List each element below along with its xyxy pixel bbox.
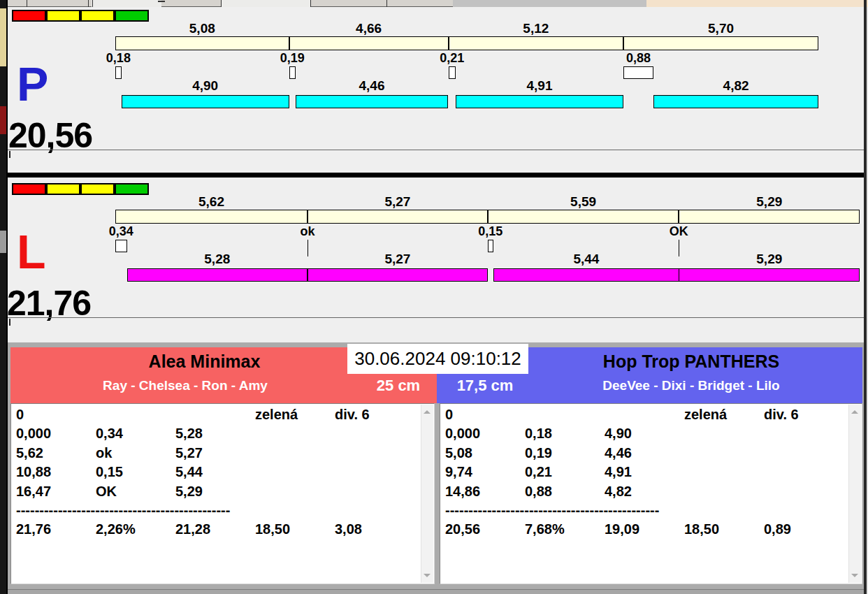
- run-time-label: 4,90: [122, 78, 289, 94]
- lane-divider-line-l: [8, 317, 864, 318]
- team-name-left: Alea Minimax: [10, 349, 398, 373]
- table-row: 10,880,155,44: [16, 463, 420, 481]
- scrollbar[interactable]: [421, 405, 433, 583]
- split-bar-divider: [307, 210, 308, 224]
- timestamp-box: 30.06.2024 09:10:12: [347, 344, 528, 374]
- table-row: 0zelenádiv. 6: [16, 405, 420, 424]
- run-time-bar: [122, 95, 289, 108]
- lane-letter-p: P: [17, 60, 48, 108]
- table-totals-row: 20,567,68%19,0918,500,89: [445, 520, 848, 539]
- table-cell: 0: [445, 405, 525, 424]
- split-bar-divider: [289, 36, 290, 50]
- reaction-box: [623, 66, 653, 79]
- scrollbar[interactable]: [848, 405, 861, 583]
- lane-letter-l: L: [17, 228, 46, 275]
- text-caret: [9, 319, 10, 326]
- lane-total-p: 20,56: [8, 118, 92, 153]
- split-time-label: 5,62: [115, 194, 308, 210]
- table-row: 16,47OK5,29: [16, 482, 420, 501]
- run-time-bar: [308, 268, 488, 282]
- table-cell: 10,88: [16, 463, 96, 481]
- table-cell: 5,29: [175, 482, 255, 501]
- table-cell: 18,50: [684, 520, 764, 539]
- reaction-label: 0,19: [261, 51, 324, 66]
- reaction-label: 0,15: [459, 224, 522, 239]
- table-cell: 5,08: [445, 444, 525, 463]
- run-time-label: 4,46: [296, 78, 448, 94]
- split-time-bar: [115, 36, 818, 50]
- table-cell: 4,91: [605, 463, 684, 481]
- table-cell: 4,90: [605, 424, 684, 443]
- scroll-down-icon[interactable]: [851, 572, 858, 579]
- jump-height-left: 25 cm: [363, 377, 433, 395]
- split-bar-divider: [623, 36, 624, 50]
- table-cell: zelená: [684, 405, 764, 424]
- run-time-label: 5,28: [127, 252, 308, 267]
- team-members-left: Ray - Chelsea - Ron - Amy: [10, 378, 360, 393]
- run-time-bar: [653, 95, 818, 108]
- split-time-label: 5,27: [308, 194, 488, 210]
- traffic-light: [46, 10, 80, 22]
- run-time-bar: [679, 268, 860, 282]
- table-row: 0zelenádiv. 6: [445, 405, 848, 424]
- table-cell: 0,000: [445, 424, 525, 443]
- results-text-right[interactable]: 0zelenádiv. 60,0000,184,905,080,194,469,…: [440, 403, 862, 584]
- table-cell: 5,27: [175, 444, 255, 463]
- table-cell: 0,89: [764, 520, 844, 539]
- table-cell: 0,15: [96, 463, 175, 481]
- scroll-down-icon[interactable]: [424, 572, 431, 579]
- table-cell: zelená: [255, 405, 335, 424]
- reaction-label: 0,34: [89, 224, 152, 239]
- table-row: 0,0000,345,28: [16, 424, 420, 443]
- run-time-label: 4,91: [456, 78, 623, 94]
- reaction-label: 0,18: [87, 51, 150, 66]
- table-cell: 5,28: [175, 424, 255, 443]
- table-cell: 4,82: [605, 482, 684, 501]
- table-row: 5,080,194,46: [445, 444, 848, 463]
- traffic-light: [115, 183, 149, 195]
- results-table-right: 0zelenádiv. 60,0000,184,905,080,194,469,…: [445, 405, 848, 582]
- table-cell: 9,74: [445, 463, 525, 481]
- traffic-light: [115, 10, 149, 22]
- reaction-label: ok: [276, 224, 339, 239]
- table-cell: 0,19: [525, 444, 605, 463]
- reaction-label: 0,21: [421, 51, 484, 66]
- table-cell: 20,56: [445, 520, 525, 539]
- results-panel: Alea Minimax Ray - Chelsea - Ron - Amy 2…: [8, 342, 864, 589]
- scroll-up-icon[interactable]: [851, 408, 858, 415]
- table-totals-row: 21,762,26%21,2818,503,08: [16, 520, 420, 539]
- run-time-bar: [127, 268, 308, 282]
- team-members-right: DeeVee - Dixi - Bridget - Lilo: [519, 378, 863, 393]
- flyball-timing-window: 5,080,184,904,660,194,465,120,214,915,70…: [0, 0, 868, 594]
- reaction-label: 0,88: [607, 51, 670, 66]
- split-time-label: 5,29: [679, 194, 860, 210]
- reaction-box: [115, 66, 122, 79]
- results-text-left[interactable]: 0zelenádiv. 60,0000,345,285,62ok5,2710,8…: [10, 403, 435, 584]
- table-cell: div. 6: [764, 405, 844, 424]
- table-cell: 18,50: [255, 520, 335, 539]
- timing-bars-layer: 5,080,184,904,660,194,465,120,214,915,70…: [0, 0, 868, 342]
- reaction-box: [488, 240, 493, 252]
- split-bar-divider: [487, 210, 489, 224]
- table-row: 5,62ok5,27: [16, 444, 420, 463]
- table-cell: OK: [96, 482, 175, 501]
- reaction-label: OK: [647, 224, 710, 239]
- run-time-bar: [456, 95, 623, 108]
- table-separator: ----------------------------------------…: [16, 501, 420, 520]
- table-cell: 7,68%: [525, 520, 605, 539]
- split-time-label: 5,59: [488, 194, 679, 210]
- table-cell: 5,62: [16, 444, 96, 463]
- table-cell: 21,76: [16, 520, 96, 539]
- traffic-light: [80, 183, 115, 195]
- lane-divider-line-p: [8, 150, 864, 150]
- table-cell: 0,18: [525, 424, 605, 443]
- table-cell: 0: [16, 405, 96, 424]
- split-time-label: 5,70: [623, 21, 818, 36]
- run-time-label: 4,82: [653, 78, 818, 94]
- scroll-up-icon[interactable]: [424, 408, 431, 415]
- table-cell: 0,000: [16, 424, 96, 443]
- split-bar-divider: [678, 210, 679, 224]
- team-name-right: Hop Trop PANTHERS: [519, 349, 863, 373]
- table-cell: 21,28: [175, 520, 255, 539]
- run-time-label: 5,44: [493, 252, 679, 267]
